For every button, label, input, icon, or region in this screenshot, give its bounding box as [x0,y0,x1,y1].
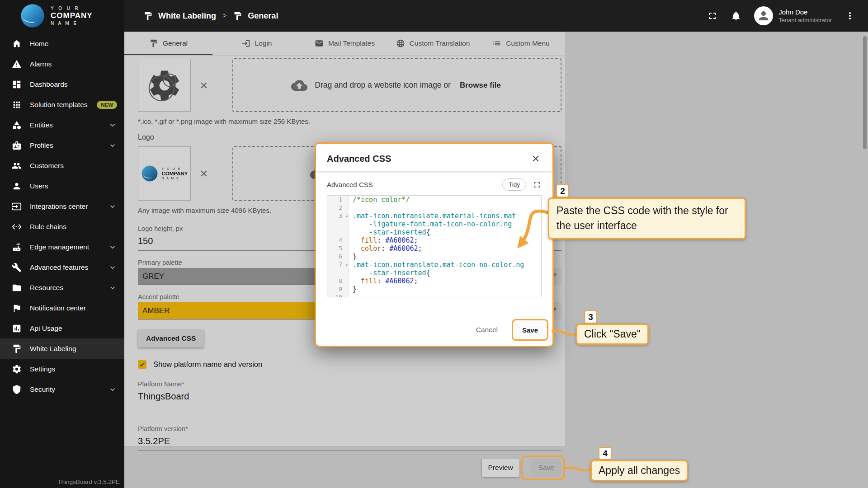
dialog-cancel-button[interactable]: Cancel [472,322,502,338]
sidebar-item-label: Solution templates [30,101,88,109]
chevron-down-icon [108,283,117,292]
sidebar-item-profiles[interactable]: Profiles [0,135,124,155]
sidebar-item-label: White Labeling [30,345,76,353]
sidebar-item-settings[interactable]: Settings [0,359,124,379]
shield-icon [12,385,22,394]
sidebar-item-api-usage[interactable]: Api Usage [0,318,124,338]
code-lines: 1/*icon color*/23▾.mat-icon.notranslate.… [327,196,541,297]
sidebar-item-label: Dashboards [30,80,68,89]
sidebar-item-alarms[interactable]: Alarms [0,54,124,74]
people-icon [12,161,22,171]
top-header: White Labeling > General John Doe Tenant… [124,0,868,32]
close-icon [531,154,541,164]
annotation-step-2-badge: 2 [556,184,569,197]
new-badge: NEW [97,101,117,109]
chevron-down-icon [108,141,117,150]
advanced-css-dialog: Advanced CSS Advanced CSS Tidy 1/*icon c… [315,142,554,347]
paint-icon [143,11,153,21]
dialog-actions: Cancel Save [316,321,552,346]
sidebar-nav: Home Alarms Dashboards Solution template… [0,33,124,399]
home-icon [12,39,22,49]
sidebar-item-entities[interactable]: Entities [0,115,124,135]
annotation-step-3-note: Click "Save" [576,324,649,345]
folder-icon [12,283,22,293]
fullscreen-icon [533,180,542,189]
sidebar-item-home[interactable]: Home [0,33,124,54]
sidebar-item-label: Notification center [30,304,86,312]
sidebar-item-security[interactable]: Security [0,379,124,399]
sidebar-item-integrations-center[interactable]: Integrations center [0,196,124,216]
sidebar-item-white-labeling[interactable]: White Labeling [0,338,124,359]
user-role: Tenant administrator [778,17,832,23]
sidebar-item-label: Customers [30,162,64,170]
sidebar-item-customers[interactable]: Customers [0,155,124,176]
chevron-down-icon [108,385,117,394]
breadcrumb-current: General [248,11,278,21]
sidebar-item-label: Home [30,40,48,48]
platform-version-footer: ThingsBoard v.3.5.2PE [57,479,120,485]
dashboard-icon [12,80,22,89]
paint-icon [233,11,242,21]
paint-icon [12,344,22,354]
flag-icon [12,303,22,313]
sidebar-item-label: Entities [30,121,53,129]
rule-chain-icon [12,222,22,232]
company-logo: Y O U R COMPANY N A M E [0,0,124,32]
sidebar-item-notification-center[interactable]: Notification center [0,298,124,318]
notifications-bell-icon[interactable] [731,10,741,21]
dialog-close-button[interactable] [530,153,542,164]
annotation-step-3-badge: 3 [584,310,597,324]
sidebar-item-edge-management[interactable]: Edge management [0,237,124,257]
more-menu-icon[interactable] [844,10,855,21]
dialog-title: Advanced CSS [327,154,391,164]
sidebar-item-label: Alarms [30,60,52,68]
editor-label: Advanced CSS [327,181,502,188]
company-logo-icon [20,3,45,28]
sidebar-item-label: Api Usage [30,324,62,333]
gear-icon [12,364,22,374]
annotation-step-4-note: Apply all changes [590,460,688,481]
dialog-save-button[interactable]: Save [514,321,546,338]
sidebar-item-label: Profiles [30,141,53,150]
badge-icon [12,141,22,150]
apps-grid-icon [12,100,22,110]
user-menu[interactable]: John Doe Tenant administrator [754,6,832,25]
sidebar-item-resources[interactable]: Resources [0,277,124,298]
header-actions: John Doe Tenant administrator [707,6,868,25]
wrench-icon [12,263,22,272]
sidebar-item-label: Rule chains [30,223,66,231]
breadcrumb: White Labeling > General [124,11,278,21]
annotation-step-2-note: Paste the CSS code with the style for th… [548,197,746,239]
sidebar-item-dashboards[interactable]: Dashboards [0,74,124,94]
sidebar-item-rule-chains[interactable]: Rule chains [0,216,124,237]
chart-icon [12,324,22,333]
sidebar-item-advanced-features[interactable]: Advanced features [0,257,124,277]
annotation-step-4-badge: 4 [599,447,612,460]
sidebar: Y O U R COMPANY N A M E Home Alarms Dash… [0,0,124,488]
sidebar-item-label: Resources [30,284,63,292]
expand-editor-button[interactable] [533,180,542,189]
sidebar-item-label: Settings [30,365,55,373]
breadcrumb-parent[interactable]: White Labeling [158,11,216,21]
css-code-editor[interactable]: 1/*icon color*/23▾.mat-icon.notranslate.… [327,195,542,297]
chevron-down-icon [108,202,117,211]
dialog-body: Advanced CSS Tidy 1/*icon color*/23▾.mat… [316,171,552,297]
chevron-down-icon [108,243,117,252]
warning-icon [12,59,22,69]
fullscreen-icon[interactable] [707,10,718,21]
user-name: John Doe [778,8,832,16]
sidebar-item-solution-templates[interactable]: Solution templates NEW [0,94,124,115]
sidebar-item-label: Integrations center [30,202,88,211]
input-icon [12,202,22,211]
sidebar-item-label: Users [30,182,48,190]
sidebar-item-label: Security [30,385,55,394]
avatar [754,6,773,25]
tidy-button[interactable]: Tidy [502,178,526,191]
breadcrumb-separator: > [222,12,226,20]
sidebar-item-users[interactable]: Users [0,176,124,196]
chevron-down-icon [108,121,117,130]
chevron-down-icon [108,263,117,272]
router-icon [12,242,22,252]
sidebar-item-label: Edge management [30,243,89,251]
user-meta: John Doe Tenant administrator [778,8,832,23]
